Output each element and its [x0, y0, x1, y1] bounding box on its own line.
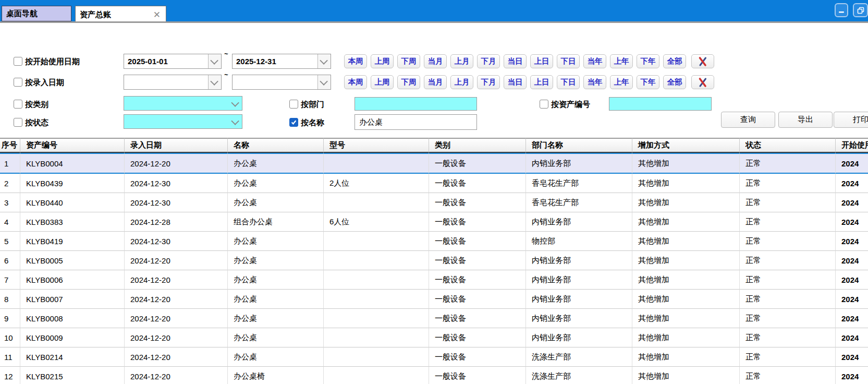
- table-row[interactable]: 10 KLYB0009 2024-12-20 办公桌 一般设备 内销业务部 其他…: [0, 328, 868, 347]
- col-header-start-use-date[interactable]: 开始使用日期: [836, 138, 868, 153]
- quick-date-button[interactable]: 上年: [610, 75, 633, 89]
- table-row[interactable]: 5 KLYB0419 2024-12-30 办公桌 一般设备 物控部 其他增加 …: [0, 232, 868, 251]
- col-header-status[interactable]: 状态: [740, 138, 836, 153]
- cell-start-use-date: 2024: [836, 367, 868, 384]
- quick-date-button[interactable]: 当月: [424, 75, 447, 89]
- table-row[interactable]: 1 KLYB0004 2024-12-20 办公桌 一般设备 内销业务部 其他增…: [0, 153, 868, 174]
- asset-code-input[interactable]: [609, 97, 712, 111]
- chevron-down-icon[interactable]: [208, 75, 221, 89]
- asset-table: 序号 资产编号 录入日期 名称 型号 类别 部门名称 增加方式 状态 开始使用日…: [0, 138, 868, 384]
- table-row[interactable]: 3 KLYB0440 2024-12-30 办公桌 一般设备 香皂花生产部 其他…: [0, 193, 868, 212]
- category-value: [124, 97, 229, 110]
- department-filter-label: 按部门: [301, 100, 324, 109]
- cell-add-method: 其他增加: [632, 367, 740, 384]
- chevron-down-icon[interactable]: [317, 75, 331, 89]
- start-date-filter-checkbox[interactable]: [14, 57, 22, 66]
- quick-date-button[interactable]: 下月: [477, 75, 500, 89]
- cell-department: 内销业务部: [526, 153, 632, 174]
- tab-desktop-nav[interactable]: 桌面导航: [2, 6, 71, 21]
- category-filter-label: 按类别: [25, 100, 48, 109]
- quick-date-button[interactable]: 下年: [637, 75, 659, 89]
- print-button[interactable]: 打印: [834, 112, 868, 128]
- tab-asset-ledger[interactable]: 资产总账 ✕: [75, 6, 166, 23]
- table-row[interactable]: 11 KLYB0214 2024-12-20 办公桌 一般设备 洗涤生产部 其他…: [0, 347, 868, 367]
- chevron-down-icon[interactable]: [317, 54, 331, 68]
- quick-date-button[interactable]: 全部: [663, 75, 686, 89]
- cell-model: [324, 347, 429, 367]
- quick-date-button[interactable]: 下年: [637, 54, 659, 68]
- clear-range-button[interactable]: [691, 75, 714, 89]
- quick-date-button[interactable]: 下日: [557, 54, 580, 68]
- export-button[interactable]: 导出: [778, 112, 833, 128]
- cell-category: 一般设备: [429, 212, 526, 232]
- quick-date-button[interactable]: 当月: [424, 54, 447, 68]
- col-header-asset-code[interactable]: 资产编号: [20, 138, 125, 153]
- col-header-department[interactable]: 部门名称: [526, 138, 632, 153]
- col-header-entry-date[interactable]: 录入日期: [125, 138, 228, 153]
- table-row[interactable]: 6 KLYB0005 2024-12-20 办公桌 一般设备 内销业务部 其他增…: [0, 251, 868, 270]
- chevron-down-icon[interactable]: [208, 54, 221, 68]
- clear-range-button[interactable]: [691, 54, 714, 68]
- cell-status: 正常: [740, 367, 836, 384]
- col-header-add-method[interactable]: 增加方式: [632, 138, 740, 153]
- entry-date-quick-range-bar: 本周上周下周当月上月下月当日上日下日当年上年下年全部: [344, 75, 686, 89]
- minimize-icon: [838, 7, 845, 14]
- quick-date-button[interactable]: 当年: [583, 54, 606, 68]
- quick-date-button[interactable]: 下周: [397, 54, 420, 68]
- quick-date-button[interactable]: 上周: [371, 75, 394, 89]
- query-button[interactable]: 查询: [721, 112, 775, 128]
- asset-code-filter-checkbox[interactable]: [540, 100, 548, 109]
- col-header-model[interactable]: 型号: [324, 138, 429, 153]
- cell-entry-date: 2024-12-20: [125, 328, 228, 347]
- table-row[interactable]: 8 KLYB0007 2024-12-20 办公桌 一般设备 内销业务部 其他增…: [0, 290, 868, 309]
- quick-date-button[interactable]: 上年: [610, 54, 633, 68]
- quick-date-button[interactable]: 本周: [344, 54, 367, 68]
- category-filter-checkbox[interactable]: [14, 100, 22, 109]
- department-input[interactable]: [354, 97, 477, 111]
- col-header-name[interactable]: 名称: [228, 138, 324, 153]
- quick-date-button[interactable]: 当日: [504, 75, 527, 89]
- quick-date-button[interactable]: 上月: [450, 75, 473, 89]
- table-row[interactable]: 12 KLYB0215 2024-12-20 办公桌椅 一般设备 洗涤生产部 其…: [0, 367, 868, 384]
- minimize-button[interactable]: [835, 3, 848, 17]
- chevron-down-icon[interactable]: [229, 97, 242, 110]
- quick-date-button[interactable]: 下周: [397, 75, 420, 89]
- tab-separator: [0, 21, 868, 23]
- table-row[interactable]: 9 KLYB0008 2024-12-20 办公桌 一般设备 内销业务部 其他增…: [0, 309, 868, 328]
- quick-date-button[interactable]: 上日: [530, 54, 553, 68]
- app-window: 桌面导航 资产总账 ✕ 按开始使用日期 2025-01-01 ~ 2025-12…: [0, 0, 868, 384]
- department-filter-checkbox[interactable]: [289, 100, 298, 109]
- table-row[interactable]: 4 KLYB0383 2024-12-28 组合办公桌 6人位 一般设备 内销业…: [0, 212, 868, 232]
- category-select[interactable]: [124, 96, 242, 111]
- entry-date-filter-checkbox[interactable]: [14, 78, 22, 87]
- quick-date-button[interactable]: 上月: [450, 54, 473, 68]
- cell-name: 办公桌: [228, 153, 324, 174]
- chevron-down-icon[interactable]: [229, 115, 242, 128]
- quick-date-button[interactable]: 全部: [663, 54, 686, 68]
- entry-date-from-value: [124, 75, 208, 89]
- close-icon[interactable]: ✕: [153, 10, 161, 19]
- restore-button[interactable]: [853, 3, 868, 17]
- restore-icon: [857, 7, 864, 14]
- table-row[interactable]: 2 KLYB0439 2024-12-30 办公桌 2人位 一般设备 香皂花生产…: [0, 174, 868, 193]
- status-select[interactable]: [124, 114, 242, 129]
- name-input[interactable]: 办公桌: [354, 114, 477, 130]
- table-row[interactable]: 7 KLYB0006 2024-12-20 办公桌 一般设备 内销业务部 其他增…: [0, 270, 868, 290]
- col-header-category[interactable]: 类别: [429, 138, 526, 153]
- quick-date-button[interactable]: 本周: [344, 75, 367, 89]
- cell-start-use-date: 2024: [836, 309, 868, 328]
- start-date-to-select[interactable]: 2025-12-31: [232, 54, 331, 69]
- quick-date-button[interactable]: 下月: [477, 54, 500, 68]
- col-header-index[interactable]: 序号: [0, 138, 20, 153]
- quick-date-button[interactable]: 上周: [371, 54, 394, 68]
- quick-date-button[interactable]: 当年: [583, 75, 606, 89]
- quick-date-button[interactable]: 当日: [504, 54, 527, 68]
- quick-date-button[interactable]: 上日: [530, 75, 553, 89]
- status-filter-checkbox[interactable]: [14, 118, 22, 127]
- entry-date-to-select[interactable]: [232, 75, 331, 90]
- quick-date-button[interactable]: 下日: [557, 75, 580, 89]
- entry-date-from-select[interactable]: [124, 75, 222, 90]
- start-date-from-select[interactable]: 2025-01-01: [124, 54, 222, 69]
- name-filter-checkbox[interactable]: [289, 118, 298, 127]
- cell-model: [324, 367, 429, 384]
